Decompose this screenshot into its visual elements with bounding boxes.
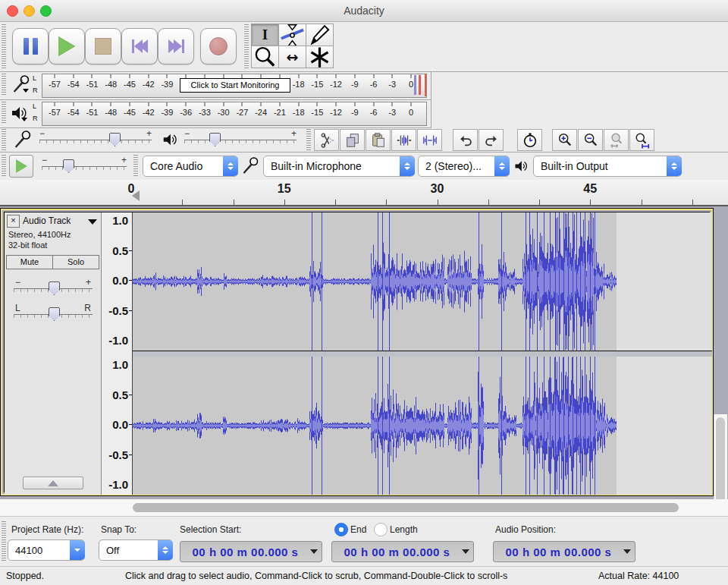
meter-dropdown-icon[interactable]	[23, 89, 29, 93]
audio-position-value[interactable]: 00 h 00 m 00.000 s	[494, 546, 623, 558]
redo-button[interactable]	[479, 129, 504, 151]
playback-meter-toolbar[interactable]: L R -57-54-51-48-45-42-39-36-33-30-27-24…	[0, 99, 431, 128]
play-at-speed-button[interactable]	[9, 155, 33, 178]
length-radio[interactable]	[374, 523, 388, 536]
toolbar-gripper[interactable]	[2, 129, 6, 150]
meter-scale-value: -48	[105, 80, 117, 89]
undo-button[interactable]	[453, 129, 478, 151]
solo-button[interactable]: Solo	[52, 255, 99, 269]
waveform-display[interactable]	[133, 212, 712, 495]
playback-volume-slider[interactable]: − +	[184, 131, 297, 147]
close-track-button[interactable]: ×	[7, 215, 20, 228]
slider-thumb[interactable]	[63, 159, 74, 173]
toolbar-gripper[interactable]	[2, 24, 6, 68]
waveform-channel-left[interactable]	[133, 212, 712, 351]
end-radio[interactable]	[334, 523, 348, 536]
play-button[interactable]	[49, 28, 85, 64]
slider-thumb[interactable]	[49, 307, 60, 321]
horizontal-scrollbar-thumb[interactable]	[133, 503, 679, 512]
meter-scale-value: -51	[86, 80, 99, 89]
toolbar-gripper[interactable]	[2, 102, 6, 124]
zoom-in-button[interactable]	[552, 129, 577, 151]
playback-state-text: Stopped.	[6, 571, 44, 581]
slider-thumb[interactable]	[209, 133, 221, 146]
track-control-panel[interactable]: × Audio Track Stereo, 44100Hz 32-bit flo…	[5, 212, 102, 495]
selection-start-value[interactable]: 00 h 00 m 00.000 s	[180, 546, 310, 558]
selection-end-value[interactable]: 00 h 00 m 00.000 s	[332, 546, 462, 558]
status-message-text: Click and drag to select audio, Command-…	[125, 571, 507, 581]
cut-button[interactable]	[314, 129, 339, 151]
gain-plus-label: +	[86, 277, 91, 288]
paste-button[interactable]	[366, 129, 391, 151]
toolbar-gripper[interactable]	[2, 521, 6, 561]
audio-track[interactable]: × Audio Track Stereo, 44100Hz 32-bit flo…	[0, 208, 714, 496]
selection-start-field[interactable]: 00 h 00 m 00.000 s	[180, 541, 322, 562]
toolbar-gripper[interactable]	[2, 155, 6, 178]
field-dropdown-icon[interactable]	[310, 549, 318, 554]
selection-end-field[interactable]: 00 h 00 m 00.000 s	[331, 541, 474, 562]
trim-audio-button[interactable]	[391, 129, 416, 151]
playback-speed-slider[interactable]: − +	[42, 157, 127, 174]
device-toolbar-row: − + Core Audio Built-in Microphone 2 (St…	[0, 152, 728, 181]
timer-button[interactable]	[517, 129, 542, 151]
toolbar-gripper[interactable]	[2, 74, 6, 96]
slider-thumb[interactable]	[109, 133, 121, 146]
record-button[interactable]	[200, 28, 237, 64]
length-radio-label[interactable]: Length	[390, 524, 418, 535]
toolbar-gripper[interactable]	[306, 129, 311, 150]
playback-device-select[interactable]: Built-in Output	[533, 156, 682, 177]
undo-icon	[457, 132, 474, 149]
timeline-ruler[interactable]: 0153045	[0, 180, 728, 206]
fit-project-button[interactable]	[629, 129, 654, 151]
stepper-icon	[494, 156, 510, 176]
meter-scale-value: -15	[311, 108, 323, 117]
envelope-tool-button[interactable]	[278, 24, 306, 46]
track-pan-slider[interactable]: L R	[14, 305, 93, 322]
toolbar-gripper[interactable]	[133, 155, 138, 178]
track-menu-dropdown-icon[interactable]	[88, 219, 97, 225]
selection-tool-button[interactable]: I	[251, 24, 279, 46]
title-bar: Audacity	[0, 0, 728, 22]
zoom-out-button[interactable]	[578, 129, 603, 151]
meter-scale-value: 0	[409, 80, 413, 89]
field-dropdown-icon[interactable]	[462, 549, 469, 554]
waveform-channel-right[interactable]	[133, 357, 712, 495]
silence-audio-button[interactable]	[417, 129, 442, 151]
skip-to-end-button[interactable]	[158, 28, 194, 64]
draw-tool-button[interactable]	[306, 24, 334, 46]
toolbar-gripper[interactable]	[244, 24, 249, 68]
stop-button[interactable]	[85, 28, 121, 64]
recording-volume-slider[interactable]: − +	[39, 131, 152, 147]
copy-button[interactable]	[340, 129, 365, 151]
redo-icon	[483, 132, 500, 149]
track-area[interactable]: × Audio Track Stereo, 44100Hz 32-bit flo…	[0, 206, 728, 499]
slider-plus-label: +	[291, 128, 297, 139]
track-gain-slider[interactable]: − +	[14, 279, 93, 296]
timeshift-tool-button[interactable]: ↔	[278, 46, 306, 68]
track-format-info: Stereo, 44100Hz	[8, 230, 71, 239]
collapse-track-button[interactable]	[23, 476, 83, 489]
recording-device-select[interactable]: Built-in Microphone	[263, 156, 415, 177]
monitoring-tooltip[interactable]: Click to Start Monitoring	[180, 78, 290, 93]
zoom-tool-button[interactable]	[251, 46, 279, 68]
multi-tool-button[interactable]	[306, 46, 334, 68]
slider-thumb[interactable]	[49, 281, 60, 295]
skip-to-start-button[interactable]	[121, 28, 158, 64]
track-title[interactable]: Audio Track	[23, 215, 71, 226]
fit-selection-button[interactable]	[604, 129, 629, 151]
audio-host-select[interactable]: Core Audio	[143, 156, 238, 177]
mute-button[interactable]: Mute	[6, 255, 53, 269]
recording-meter-toolbar[interactable]: L R -57-54-51-48-45-42-39-36-33-30-27-24…	[0, 71, 431, 100]
meter-dropdown-icon[interactable]	[21, 118, 27, 121]
audio-position-field[interactable]: 00 h 00 m 00.000 s	[493, 541, 635, 562]
field-dropdown-icon[interactable]	[623, 549, 631, 554]
pause-button[interactable]	[12, 28, 49, 64]
recording-channels-select[interactable]: 2 (Stereo)...	[418, 156, 510, 177]
end-radio-label[interactable]: End	[350, 524, 366, 535]
snap-to-select[interactable]: Off	[99, 539, 173, 561]
vertical-scale-ruler[interactable]: 1.00.50.0-0.5-1.01.00.50.0-0.5-1.0	[102, 212, 133, 495]
project-rate-select[interactable]: 44100	[8, 539, 85, 561]
gain-minus-label: −	[15, 277, 20, 288]
audio-host-value: Core Audio	[143, 160, 223, 172]
horizontal-scrollbar[interactable]	[0, 499, 728, 516]
